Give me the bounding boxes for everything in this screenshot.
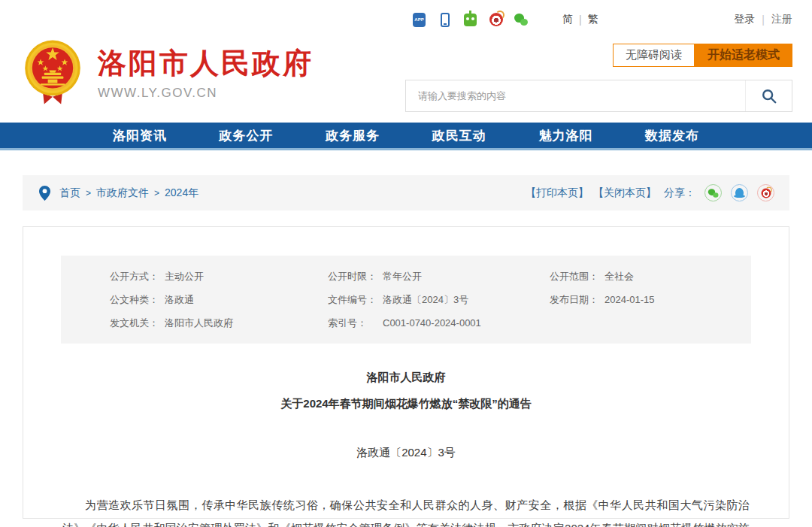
location-pin-icon bbox=[39, 186, 50, 201]
meta-issuing-agency: 发文机关：洛阳市人民政府 bbox=[110, 315, 328, 331]
search-button[interactable] bbox=[745, 80, 792, 111]
print-page-button[interactable]: 【打印本页】 bbox=[526, 186, 589, 200]
search-bar bbox=[405, 80, 792, 112]
app-download-icon[interactable]: APP bbox=[412, 13, 426, 27]
meta-open-duration: 公开时限：常年公开 bbox=[328, 268, 550, 284]
breadcrumb: 首页 > 市政府文件 > 2024年 bbox=[59, 186, 198, 200]
breadcrumb-year-2024[interactable]: 2024年 bbox=[165, 186, 198, 200]
nav-item-luoyang-news[interactable]: 洛阳资讯 bbox=[113, 127, 167, 144]
share-wechat-icon[interactable] bbox=[704, 184, 722, 201]
lang-simplified-toggle[interactable]: 简 bbox=[562, 13, 573, 26]
meta-document-type: 公文种类：洛政通 bbox=[110, 292, 328, 307]
document-paragraph: 为营造欢乐节日氛围，传承中华民族传统习俗，确保公共安全和人民群众的人身、财产安全… bbox=[62, 493, 750, 527]
document-number: 洛政通〔2024〕3号 bbox=[23, 446, 789, 460]
document-title-main: 关于2024年春节期间烟花爆竹燃放“禁改限”的通告 bbox=[23, 397, 789, 411]
mode-buttons: 无障碍阅读 开始适老模式 bbox=[405, 44, 792, 67]
site-logo[interactable]: 洛阳市人民政府 WWW.LY.GOV.CN bbox=[23, 39, 314, 112]
language-switch: 简 | 繁 bbox=[562, 13, 598, 26]
site-url: WWW.LY.GOV.CN bbox=[98, 86, 314, 101]
masthead: 洛阳市人民政府 WWW.LY.GOV.CN 无障碍阅读 开始适老模式 bbox=[0, 39, 812, 123]
nav-item-public-interaction[interactable]: 政民互动 bbox=[432, 127, 486, 144]
document-meta-panel: 公开方式：主动公开 公开时限：常年公开 公开范围：全社会 公文种类：洛政通 文件… bbox=[61, 256, 751, 344]
document-heading: 洛阳市人民政府 关于2024年春节期间烟花爆竹燃放“禁改限”的通告 洛政通〔20… bbox=[23, 371, 789, 460]
close-page-button[interactable]: 【关闭本页】 bbox=[593, 186, 656, 200]
page-actions: 【打印本页】 【关闭本页】 分享： bbox=[526, 184, 774, 201]
main-navigation: 洛阳资讯 政务公开 政务服务 政民互动 魅力洛阳 数据发布 bbox=[0, 123, 812, 150]
national-emblem-icon bbox=[23, 39, 83, 105]
lang-traditional-toggle[interactable]: 繁 bbox=[588, 13, 598, 26]
mascot-robot-icon[interactable] bbox=[463, 13, 477, 27]
meta-open-method: 公开方式：主动公开 bbox=[110, 268, 328, 284]
nav-item-gov-services[interactable]: 政务服务 bbox=[326, 127, 380, 144]
divider: | bbox=[579, 14, 582, 26]
site-identity: 洛阳市人民政府 WWW.LY.GOV.CN bbox=[98, 39, 314, 101]
accessibility-reading-button[interactable]: 无障碍阅读 bbox=[613, 44, 695, 67]
meta-publish-date: 发布日期：2024-01-15 bbox=[550, 292, 751, 307]
search-input[interactable] bbox=[406, 80, 745, 111]
breadcrumb-separator: > bbox=[86, 188, 91, 198]
login-link[interactable]: 登录 bbox=[734, 13, 755, 26]
wechat-icon[interactable] bbox=[514, 13, 529, 27]
register-link[interactable]: 注册 bbox=[771, 13, 792, 26]
nav-item-gov-affairs-public[interactable]: 政务公开 bbox=[220, 127, 274, 144]
meta-index-number: 索引号：C001-0740-2024-0001 bbox=[328, 315, 550, 331]
breadcrumb-city-gov-documents[interactable]: 市政府文件 bbox=[96, 186, 149, 200]
breadcrumb-home[interactable]: 首页 bbox=[59, 186, 80, 200]
divider: | bbox=[762, 14, 765, 26]
document-title-agency: 洛阳市人民政府 bbox=[23, 371, 789, 385]
share-weibo-icon[interactable] bbox=[757, 184, 774, 201]
mobile-version-icon[interactable] bbox=[438, 13, 452, 27]
search-icon bbox=[761, 88, 777, 104]
breadcrumb-bar: 首页 > 市政府文件 > 2024年 【打印本页】 【关闭本页】 分享： bbox=[23, 175, 789, 210]
share-label: 分享： bbox=[664, 186, 695, 200]
quick-access-icons: APP 简 | 繁 bbox=[412, 13, 598, 27]
meta-open-scope: 公开范围：全社会 bbox=[550, 268, 751, 284]
site-title: 洛阳市人民政府 bbox=[98, 48, 314, 80]
header-tools: 无障碍阅读 开始适老模式 bbox=[405, 39, 792, 112]
meta-document-number: 文件编号：洛政通〔2024〕3号 bbox=[328, 292, 550, 307]
nav-item-charming-luoyang[interactable]: 魅力洛阳 bbox=[538, 127, 592, 144]
breadcrumb-separator: > bbox=[154, 188, 159, 198]
account-links: 登录 | 注册 bbox=[734, 13, 792, 26]
article-container: 公开方式：主动公开 公开时限：常年公开 公开范围：全社会 公文种类：洛政通 文件… bbox=[23, 226, 789, 519]
top-utility-bar: APP 简 | 繁 登录 | 注册 bbox=[0, 0, 812, 39]
nav-item-data-release[interactable]: 数据发布 bbox=[645, 127, 699, 144]
weibo-icon[interactable] bbox=[489, 13, 503, 27]
share-qq-icon[interactable] bbox=[731, 184, 748, 201]
elder-mode-button[interactable]: 开始适老模式 bbox=[695, 44, 792, 67]
